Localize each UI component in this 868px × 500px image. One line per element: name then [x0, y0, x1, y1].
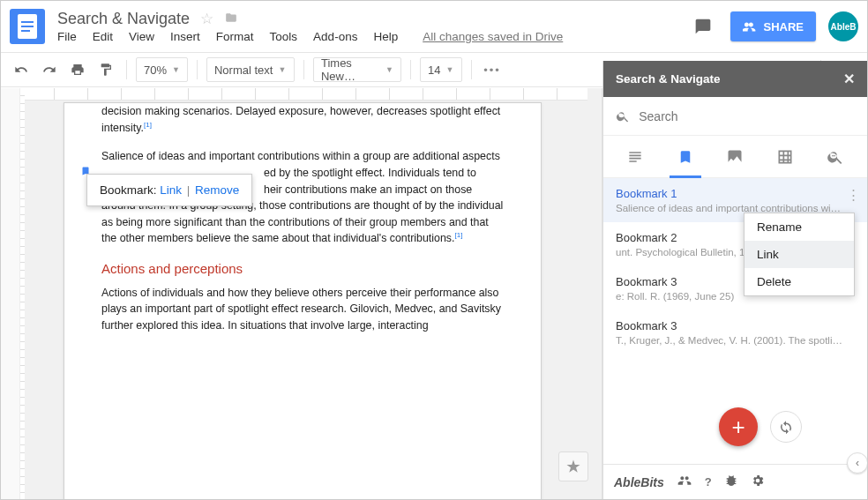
search-icon: [616, 108, 630, 124]
menu-file[interactable]: File: [57, 30, 77, 43]
ctx-link[interactable]: Link: [745, 241, 854, 268]
bookmark-remove[interactable]: Remove: [195, 183, 239, 197]
menu-addons[interactable]: Add-ons: [313, 30, 357, 43]
team-icon[interactable]: [677, 474, 692, 490]
redo-icon[interactable]: [38, 58, 61, 81]
brand-label[interactable]: AbleBits: [614, 475, 664, 489]
document-page[interactable]: decision making scenarios. Delayed expos…: [64, 102, 542, 499]
menu-bar: File Edit View Insert Format Tools Add-o…: [57, 30, 681, 43]
bookmark-popup: Bookmark: Link | Remove: [86, 174, 252, 206]
bookmark-more-icon[interactable]: ⋮: [847, 187, 860, 203]
menu-help[interactable]: Help: [373, 30, 398, 43]
font-dropdown[interactable]: Times New…▼: [313, 57, 401, 82]
ctx-rename[interactable]: Rename: [745, 213, 854, 241]
menu-edit[interactable]: Edit: [93, 30, 113, 43]
undo-icon[interactable]: [10, 58, 33, 81]
star-icon[interactable]: ☆: [200, 10, 213, 28]
horizontal-ruler[interactable]: [20, 88, 587, 101]
menu-tools[interactable]: Tools: [270, 30, 298, 43]
menu-format[interactable]: Format: [216, 30, 254, 43]
refresh-button[interactable]: [770, 411, 802, 443]
share-label: SHARE: [763, 20, 804, 34]
comments-icon[interactable]: [688, 11, 718, 41]
fontsize-dropdown[interactable]: 14▼: [420, 57, 462, 82]
bookmark-link[interactable]: Link: [160, 183, 182, 197]
menu-insert[interactable]: Insert: [170, 30, 200, 43]
tab-tables[interactable]: [760, 136, 811, 177]
more-icon[interactable]: •••: [481, 58, 504, 81]
tab-images[interactable]: [710, 136, 760, 177]
bookmark-context-menu: Rename Link Delete: [744, 213, 855, 296]
add-bookmark-button[interactable]: +: [719, 407, 758, 446]
zoom-dropdown[interactable]: 70%▼: [136, 57, 188, 82]
print-icon[interactable]: [66, 58, 89, 81]
account-avatar[interactable]: AbleB: [828, 11, 858, 41]
google-docs-icon[interactable]: [10, 9, 45, 44]
vertical-ruler[interactable]: [20, 88, 25, 499]
collapse-side-panel-icon[interactable]: ‹: [847, 452, 868, 474]
explore-button[interactable]: [558, 451, 588, 481]
panel-search-row: [603, 97, 867, 136]
tab-search[interactable]: [810, 136, 860, 177]
bug-icon[interactable]: [724, 474, 738, 490]
help-icon[interactable]: ?: [705, 475, 712, 489]
save-status[interactable]: All changes saved in Drive: [423, 30, 563, 43]
tab-headings[interactable]: [610, 136, 661, 177]
paint-format-icon[interactable]: [94, 58, 117, 81]
document-canvas: decision making scenarios. Delayed expos…: [1, 88, 602, 499]
ctx-delete[interactable]: Delete: [745, 268, 854, 295]
close-icon[interactable]: ✕: [843, 71, 855, 87]
settings-icon[interactable]: [751, 474, 765, 490]
panel-tabs: [603, 136, 867, 178]
bookmark-item[interactable]: Bookmark 3 T., Kruger, J., & Medvec, V. …: [603, 310, 867, 354]
share-button[interactable]: SHARE: [730, 11, 816, 41]
move-folder-icon[interactable]: [224, 11, 238, 28]
menu-view[interactable]: View: [129, 30, 154, 43]
panel-footer: AbleBits ?: [603, 464, 867, 499]
tab-bookmarks[interactable]: [661, 136, 711, 177]
bookmark-label: Bookmark:: [100, 183, 160, 197]
style-dropdown[interactable]: Normal text▼: [206, 57, 295, 82]
bookmarked-line: Salience of ideas and important contribu…: [101, 150, 500, 162]
search-input[interactable]: [639, 109, 855, 123]
page-gutter: [1, 88, 20, 499]
section-heading: Actions and perceptions: [101, 259, 504, 280]
panel-title: Search & Navigate: [616, 72, 721, 86]
document-title[interactable]: Search & Navigate: [57, 10, 190, 28]
